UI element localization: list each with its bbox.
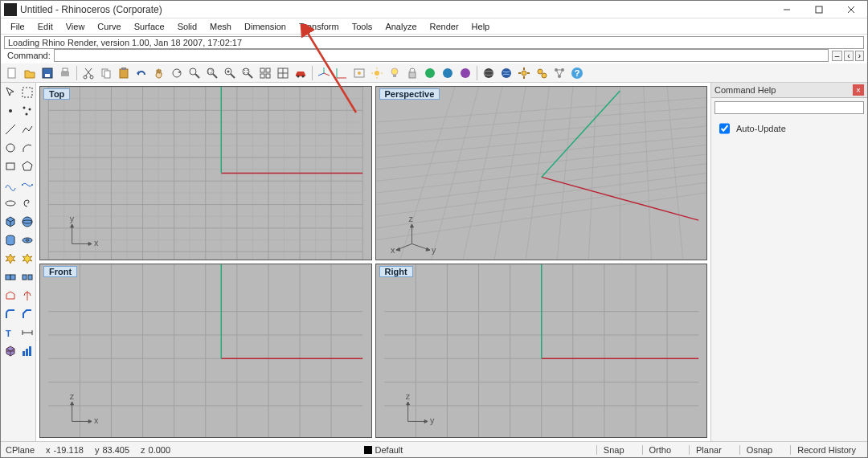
- explode-icon[interactable]: [2, 251, 18, 267]
- zoom-extents-icon[interactable]: [240, 65, 256, 81]
- globe-blue-icon[interactable]: [498, 65, 514, 81]
- undo-icon[interactable]: [133, 65, 149, 81]
- render-purple-icon[interactable]: [457, 65, 473, 81]
- render-green-icon[interactable]: [422, 65, 438, 81]
- polygon-icon[interactable]: [19, 158, 35, 174]
- status-record-history[interactable]: Record History: [790, 445, 862, 455]
- line-icon[interactable]: [2, 121, 18, 137]
- menu-dimension[interactable]: Dimension: [238, 20, 293, 33]
- auto-update-checkbox-input[interactable]: [719, 122, 730, 135]
- scroll-right-icon[interactable]: ›: [855, 51, 864, 61]
- cplane-xy-icon[interactable]: [334, 65, 350, 81]
- save-icon[interactable]: [39, 65, 55, 81]
- help-search-input[interactable]: [714, 101, 864, 114]
- cplane-3axis-icon[interactable]: [316, 65, 332, 81]
- sun-icon[interactable]: [369, 65, 385, 81]
- menu-surface[interactable]: Surface: [128, 20, 171, 33]
- interp-curve-icon[interactable]: [19, 177, 35, 193]
- rotate-view-icon[interactable]: [169, 65, 185, 81]
- cylinder-icon[interactable]: [2, 232, 18, 248]
- zoom-selected-icon[interactable]: [222, 65, 238, 81]
- menu-file[interactable]: File: [4, 20, 31, 33]
- pointer-icon[interactable]: [2, 84, 18, 100]
- menu-mesh[interactable]: Mesh: [203, 20, 238, 33]
- point-icon[interactable]: [2, 103, 18, 119]
- close-button[interactable]: [835, 1, 867, 18]
- zoom-extents-all-icon[interactable]: [257, 65, 273, 81]
- viewport-top-label[interactable]: Top: [43, 88, 70, 100]
- ellipse-icon[interactable]: [2, 195, 18, 211]
- open-icon[interactable]: [22, 65, 38, 81]
- viewport-perspective-label[interactable]: Perspective: [379, 88, 440, 100]
- menu-edit[interactable]: Edit: [31, 20, 59, 33]
- menu-transform[interactable]: Transform: [293, 20, 346, 33]
- revolve-icon[interactable]: [19, 288, 35, 304]
- spiral-icon[interactable]: [19, 195, 35, 211]
- curve-icon[interactable]: [2, 177, 18, 193]
- fillet-icon[interactable]: [2, 306, 18, 322]
- menu-solid[interactable]: Solid: [171, 20, 203, 33]
- extrude-icon[interactable]: [2, 288, 18, 304]
- auto-update-checkbox[interactable]: Auto-Update: [716, 119, 862, 138]
- join-icon[interactable]: [19, 251, 35, 267]
- menu-curve[interactable]: Curve: [91, 20, 127, 33]
- four-view-icon[interactable]: [275, 65, 291, 81]
- arc-icon[interactable]: [19, 140, 35, 156]
- torus-icon[interactable]: [19, 232, 35, 248]
- menu-render[interactable]: Render: [424, 20, 465, 33]
- text-icon[interactable]: T: [2, 325, 18, 341]
- command-input[interactable]: [54, 49, 829, 62]
- status-planar[interactable]: Planar: [689, 445, 728, 455]
- named-view-icon[interactable]: [351, 65, 367, 81]
- zoom-icon[interactable]: [186, 65, 203, 81]
- circle-icon[interactable]: [2, 140, 18, 156]
- viewport-right-label[interactable]: Right: [379, 266, 413, 277]
- box-icon[interactable]: [2, 214, 18, 230]
- light-icon[interactable]: [387, 65, 403, 81]
- pan-hand-icon[interactable]: [151, 65, 167, 81]
- zoom-window-icon[interactable]: [204, 65, 220, 81]
- status-osnap[interactable]: Osnap: [739, 445, 779, 455]
- menu-help[interactable]: Help: [465, 20, 497, 33]
- mesh-icon[interactable]: [2, 343, 18, 359]
- cut-icon[interactable]: [80, 65, 96, 81]
- copy-icon[interactable]: [98, 65, 114, 81]
- dim-icon[interactable]: [19, 325, 35, 341]
- globe-dark-icon[interactable]: [481, 65, 497, 81]
- paste-icon[interactable]: [116, 65, 132, 81]
- rectangle-icon[interactable]: [2, 158, 18, 174]
- chamfer-icon[interactable]: [19, 306, 35, 322]
- car-icon[interactable]: [293, 65, 309, 81]
- help-question-icon[interactable]: ?: [569, 65, 585, 81]
- viewport-front-label[interactable]: Front: [43, 266, 77, 277]
- status-ortho[interactable]: Ortho: [642, 445, 678, 455]
- polyline-icon[interactable]: [19, 121, 35, 137]
- menu-view[interactable]: View: [59, 20, 92, 33]
- scroll-min-icon[interactable]: –: [832, 51, 843, 61]
- viewport-top[interactable]: x y Top: [39, 86, 372, 260]
- status-snap[interactable]: Snap: [596, 445, 631, 455]
- maximize-button[interactable]: [803, 1, 835, 18]
- lock-icon[interactable]: [404, 65, 420, 81]
- viewport-perspective[interactable]: z y x Perspective: [375, 86, 708, 260]
- status-cplane[interactable]: CPlane: [6, 445, 35, 455]
- menu-tools[interactable]: Tools: [346, 20, 379, 33]
- lasso-icon[interactable]: [19, 84, 35, 100]
- scroll-left-icon[interactable]: ‹: [844, 51, 853, 61]
- sphere-icon[interactable]: [19, 214, 35, 230]
- menu-analyze[interactable]: Analyze: [379, 20, 423, 33]
- ungroup-icon[interactable]: [19, 269, 35, 285]
- viewport-front[interactable]: x z Front: [39, 264, 372, 438]
- console-scroll[interactable]: – ‹ ›: [832, 51, 864, 61]
- render-blue-icon[interactable]: [440, 65, 456, 81]
- minimize-button[interactable]: [771, 1, 803, 18]
- group-icon[interactable]: [2, 269, 18, 285]
- points-icon[interactable]: [19, 103, 35, 119]
- status-layer[interactable]: Default: [364, 445, 403, 455]
- network-icon[interactable]: [551, 65, 567, 81]
- analyze-icon[interactable]: [19, 343, 35, 359]
- new-icon[interactable]: [4, 65, 20, 81]
- viewport-right[interactable]: y z Right: [375, 264, 708, 438]
- print-icon[interactable]: [57, 65, 73, 81]
- options-gear-icon[interactable]: [516, 65, 532, 81]
